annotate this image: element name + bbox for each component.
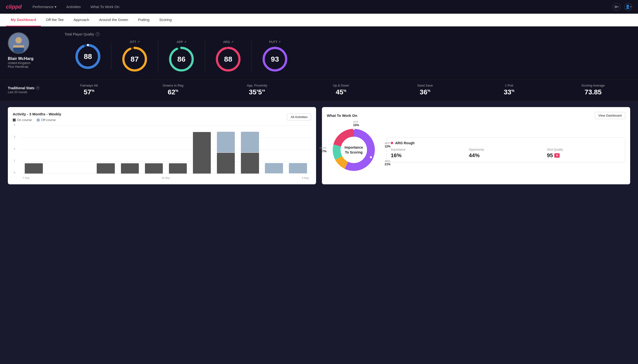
bars-container <box>21 126 311 174</box>
legend-on-course: On course <box>13 118 32 122</box>
tab-approach[interactable]: Approach <box>69 14 94 26</box>
up-arrow-icon: ↗ <box>278 40 281 44</box>
traditional-stats: Traditional Stats ? Last 20 rounds Fairw… <box>0 80 638 101</box>
app-ring: 86 <box>168 46 195 72</box>
nav-activities[interactable]: Activities <box>65 5 82 9</box>
legend-off-course: Off course <box>37 118 56 122</box>
stat-app-proximity: App. Proximity 35'5" <box>220 84 294 96</box>
svg-point-1 <box>16 37 22 44</box>
bar-on-course <box>217 153 235 174</box>
bar-group-11 <box>287 163 309 174</box>
activity-card-header: Activity - 3 Months - Weekly On course O… <box>13 112 311 122</box>
activity-title: Activity - 3 Months - Weekly <box>13 112 61 116</box>
nav-what-to-work-on[interactable]: What To Work On <box>90 5 120 9</box>
svg-text:To Scoring: To Scoring <box>345 150 363 154</box>
info-icon[interactable]: ? <box>96 32 100 36</box>
stat-up-and-down: Up & Down 45% <box>304 84 378 96</box>
svg-point-27 <box>370 156 372 158</box>
bar-group-6 <box>166 163 189 174</box>
stat-scoring-avg: Scoring Average 73.85 <box>556 84 630 96</box>
tab-around-the-green[interactable]: Around the Green <box>94 14 133 26</box>
arg-donut-label: ARG 21% <box>385 160 390 166</box>
bar-group-8 <box>215 132 237 174</box>
chevron-down-icon: ▾ <box>617 6 619 8</box>
arg-ring: 88 <box>215 46 242 72</box>
bar-on-course <box>121 163 139 174</box>
quality-label: Total Player Quality ? <box>65 32 630 36</box>
up-arrow-icon: ↗ <box>137 40 140 44</box>
x-label-mar: 28 Mar <box>161 176 170 180</box>
app-quality: APP ↗ 86 <box>158 40 205 72</box>
up-arrow-icon: ↗ <box>184 40 186 44</box>
bottom-section: Activity - 3 Months - Weekly On course O… <box>0 101 638 190</box>
info-icon[interactable]: ? <box>36 86 39 90</box>
sub-nav: My Dashboard Off the Tee Approach Around… <box>0 14 638 26</box>
arg-quality: ARG ↗ 88 <box>205 40 252 72</box>
wtwo-title: What To Work On <box>327 114 357 118</box>
info-card-header: ARG Rough <box>391 141 621 145</box>
bar-group-5 <box>142 163 165 174</box>
all-activities-button[interactable]: All Activities <box>287 114 311 120</box>
bar-off-course <box>289 163 307 174</box>
wtwo-body: PUTT 57% OTT 10% APP 12% ARG 21% <box>327 123 625 177</box>
bar-on-course <box>169 163 187 174</box>
avatar <box>8 32 29 54</box>
chart-legend: On course Off course <box>13 118 61 122</box>
x-label-may: 9 May <box>302 176 309 180</box>
app-label: APP ↗ <box>176 40 186 44</box>
overall-ring: 88 <box>74 43 101 70</box>
tab-putting[interactable]: Putting <box>133 14 154 26</box>
overall-quality: 88 <box>65 43 111 70</box>
on-course-dot <box>13 118 16 122</box>
ott-ring: 87 <box>121 46 148 72</box>
bar-chart: 4 3 2 1 0 7 Feb 28 Mar 9 May <box>13 126 311 180</box>
quality-circles: 88 OTT ↗ 87 <box>65 40 630 72</box>
up-arrow-icon: ↗ <box>231 40 233 44</box>
view-dashboard-button[interactable]: View Dashboard <box>595 112 625 119</box>
hero-section: Blair McHarg United Kingdom Plus Handica… <box>0 26 638 80</box>
bar-off-course <box>241 132 259 152</box>
metric-opportunity: Opportunity 44% <box>469 148 543 159</box>
tab-off-the-tee[interactable]: Off the Tee <box>41 14 69 26</box>
logo[interactable]: clippd <box>6 4 22 10</box>
chevron-down-icon: ▾ <box>55 5 57 9</box>
top-nav: clippd Performance ▾ Activities What To … <box>0 0 638 14</box>
player-name: Blair McHarg <box>8 56 34 61</box>
putt-label: PUTT 57% <box>319 147 327 153</box>
bar-group-0 <box>23 163 45 174</box>
ott-value: 87 <box>130 55 139 63</box>
bar-on-course <box>25 163 43 174</box>
app-donut-label: APP 12% <box>385 142 390 148</box>
bar-on-course <box>145 163 163 174</box>
tab-scoring[interactable]: Scoring <box>154 14 176 26</box>
player-info: Blair McHarg United Kingdom Plus Handica… <box>8 32 57 68</box>
bar-group-7 <box>191 132 213 174</box>
nav-performance[interactable]: Performance ▾ <box>32 5 58 9</box>
bar-off-course <box>217 132 235 152</box>
trad-stats-sublabel: Last 20 rounds <box>8 90 42 94</box>
arg-rough-dot <box>391 142 393 144</box>
svg-rect-3 <box>13 45 24 48</box>
svg-point-26 <box>353 128 355 130</box>
stat-sand-save: Sand Save 36% <box>388 84 462 96</box>
bar-group-9 <box>239 132 261 174</box>
user-menu-button[interactable]: 👤 ▾ <box>624 3 632 11</box>
arg-label: ARG ↗ <box>223 40 233 44</box>
svg-text:Importance: Importance <box>344 146 363 149</box>
off-course-dot <box>37 118 40 122</box>
tab-my-dashboard[interactable]: My Dashboard <box>6 14 41 26</box>
bar-group-3 <box>95 163 117 174</box>
player-country: United Kingdom <box>8 61 31 65</box>
arg-value: 88 <box>224 55 232 63</box>
what-to-work-on-card: What To Work On View Dashboard PUTT 57% … <box>322 107 630 184</box>
info-metrics: Importance 16% Opportunity 44% Shot Qual… <box>391 148 621 159</box>
stat-greens-in-reg: Greens In Reg 62% <box>136 84 210 96</box>
nav-links: Performance ▾ Activities What To Work On <box>32 5 612 9</box>
svg-point-6 <box>87 44 89 46</box>
bar-off-course <box>265 163 283 174</box>
svg-point-15 <box>227 47 229 49</box>
putt-label: PUTT ↗ <box>269 40 281 44</box>
ott-label: OTT ↗ <box>130 40 140 44</box>
add-button[interactable]: ⊕ ▾ <box>612 3 620 11</box>
plus-icon: ⊕ <box>614 4 617 9</box>
